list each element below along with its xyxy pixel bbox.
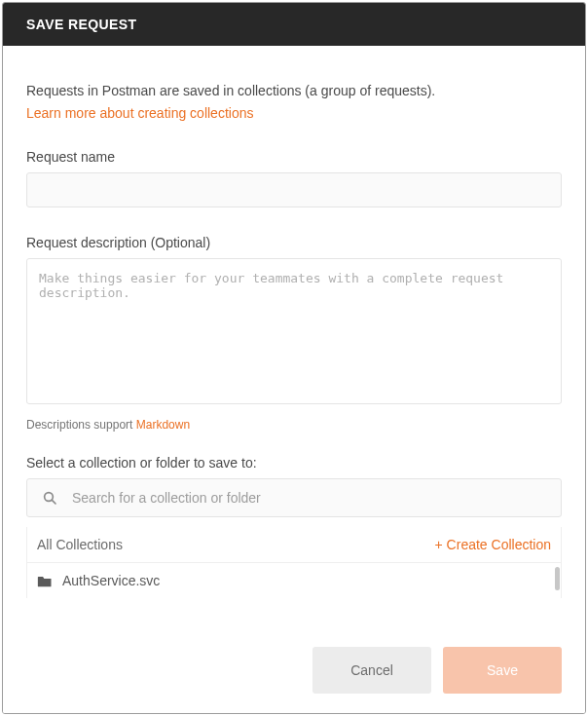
dialog-body-wrap: Requests in Postman are saved in collect… (3, 46, 585, 627)
request-name-label: Request name (26, 149, 562, 165)
collections-list: AuthService.svc (27, 562, 561, 598)
search-icon (42, 490, 57, 506)
folder-icon (37, 575, 53, 587)
save-request-dialog: SAVE REQUEST Requests in Postman are sav… (2, 2, 586, 714)
request-description-input[interactable] (26, 258, 562, 404)
dialog-body[interactable]: Requests in Postman are saved in collect… (3, 46, 585, 627)
collections-panel: All Collections + Create Collection Auth… (26, 527, 562, 598)
dialog-title: SAVE REQUEST (3, 3, 585, 46)
collection-item[interactable]: AuthService.svc (27, 563, 561, 598)
collection-search-input[interactable] (26, 478, 562, 517)
create-collection-button[interactable]: + Create Collection (435, 537, 551, 552)
request-description-label: Request description (Optional) (26, 235, 562, 250)
cancel-button[interactable]: Cancel (312, 647, 431, 694)
markdown-link[interactable]: Markdown (136, 418, 190, 432)
svg-line-1 (52, 500, 55, 504)
collections-header: All Collections + Create Collection (27, 527, 561, 562)
all-collections-label: All Collections (37, 537, 123, 552)
select-collection-label: Select a collection or folder to save to… (26, 455, 562, 471)
collection-search-wrap (26, 478, 562, 517)
collection-item-label: AuthService.svc (62, 573, 160, 588)
learn-more-link[interactable]: Learn more about creating collections (26, 105, 253, 121)
request-name-input[interactable] (26, 172, 562, 207)
save-button[interactable]: Save (443, 647, 562, 694)
description-hint: Descriptions support Markdown (26, 418, 562, 432)
dialog-footer: Cancel Save (3, 627, 585, 713)
description-hint-text: Descriptions support (26, 418, 136, 432)
intro-text: Requests in Postman are saved in collect… (26, 81, 562, 100)
collections-scrollbar-thumb[interactable] (555, 567, 560, 590)
